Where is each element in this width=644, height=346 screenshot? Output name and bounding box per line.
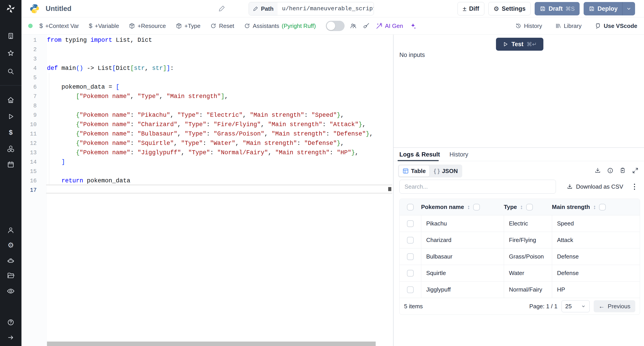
users-person-icon[interactable] [0,226,22,235]
windmill-logo[interactable] [0,0,22,17]
sparkles-icon[interactable] [410,22,416,29]
row-checkbox[interactable] [407,253,414,260]
audit-eye-icon[interactable] [0,287,22,296]
line-number: 2 [22,46,37,53]
code-line[interactable]: 5 [22,73,393,82]
code-line[interactable]: 16 return pokemon_data [22,176,393,185]
path-value[interactable]: u/henri/maneuverable_script [278,5,374,12]
settings-button[interactable]: ⚙ Settings [488,2,531,15]
workspace-building-icon[interactable] [0,31,22,40]
help-icon[interactable] [0,318,22,327]
sort-icon[interactable]: ↕ [520,204,523,210]
code-line[interactable]: 15 [22,167,393,176]
home-icon[interactable] [0,96,22,104]
code-line[interactable]: 7 ["Pokemon name", "Type", "Main strengt… [22,92,393,101]
code-line[interactable]: 13 {"Pokemon name": "Jigglypuff", "Type"… [22,148,393,157]
test-button[interactable]: Test ⌘↵ [496,38,544,51]
history-button[interactable]: History [515,22,542,29]
download-icon[interactable] [594,167,601,174]
right-panel: Test ⌘↵ No inputs Logs & Result History … [394,35,644,346]
tab-history[interactable]: History [450,148,468,161]
multiplayer-toggle[interactable] [326,21,344,31]
table-cell: Speed [552,215,640,232]
braces-icon: { } [434,168,440,174]
favorites-star-icon[interactable] [0,49,22,58]
code-line[interactable]: 1from typing import List, Dict [22,35,393,45]
more-options-button[interactable] [630,182,639,191]
edit-title-pencil-icon[interactable] [218,5,226,12]
code-line[interactable]: 6 pokemon_data = [ [22,82,393,92]
no-inputs-label: No inputs [399,52,425,58]
dollar-icon: $ [39,22,43,29]
tab-logs-result[interactable]: Logs & Result [399,148,440,161]
resources-cubes-icon[interactable] [0,145,22,153]
table-cell: Fire/Flying [504,232,552,248]
sort-icon[interactable]: ↕ [593,204,596,210]
select-all-checkbox[interactable] [407,204,414,210]
package-icon [176,23,182,29]
page-size-select[interactable]: 25 [562,300,590,312]
variables-dollar-icon[interactable]: $ [0,128,22,137]
column-toggle[interactable] [526,204,533,210]
folders-icon[interactable] [0,271,22,280]
python-logo-icon [30,3,40,14]
path-field[interactable]: Path u/henri/maneuverable_script [249,2,374,15]
row-checkbox[interactable] [407,286,414,293]
download-icon [567,183,573,190]
add-context-var-button[interactable]: $ +Context Var [39,22,79,29]
editor-horizontal-scrollbar[interactable] [47,342,376,346]
assistants-button[interactable]: Assistants (Pyright Ruff) [244,22,316,29]
code-line[interactable]: 2 [22,45,393,54]
expand-icon[interactable] [632,167,639,174]
info-icon[interactable] [607,167,614,174]
diff-button[interactable]: ± Diff [458,2,484,15]
table-header: Pokemon name ↕ Type ↕ Main strength ↕ [400,199,640,215]
view-table-button[interactable]: Table [399,166,429,176]
draft-button[interactable]: Draft ⌘S [535,2,580,15]
download-csv-button[interactable]: Download as CSV [564,180,626,193]
column-toggle[interactable] [473,204,480,210]
deploy-button[interactable]: Deploy [584,2,622,15]
row-checkbox[interactable] [407,237,414,244]
code-line[interactable]: 3 [22,54,393,64]
previous-page-button[interactable]: ← Previous [594,300,635,312]
add-type-button[interactable]: +Type [176,22,200,29]
add-resource-button[interactable]: +Resource [129,22,166,29]
code-line[interactable]: 8 [22,101,393,111]
code-line[interactable]: 10 {"Pokemon name": "Charizard", "Type":… [22,120,393,129]
reset-button[interactable]: Reset [210,22,234,29]
collapse-arrow-icon[interactable] [0,333,22,342]
top-bar: Untitled Path u/henri/maneuverable_scrip… [22,0,644,17]
workers-robot-icon[interactable] [0,256,22,265]
table-row: JigglypuffNormal/FairyHP [400,282,640,298]
library-button[interactable]: Library [555,22,582,29]
copy-clipboard-icon[interactable] [620,167,626,174]
deploy-dropdown-button[interactable] [622,2,635,15]
column-toggle[interactable] [599,204,606,210]
code-line[interactable]: 14 ] [22,157,393,167]
search-input[interactable] [399,180,556,193]
runs-play-icon[interactable] [0,112,22,121]
table-cell: Defense [552,265,640,281]
package-icon [129,23,135,29]
add-variable-button[interactable]: $ +Variable [89,22,119,29]
dollar-icon: $ [89,22,92,29]
left-sidebar: $ ⚙ [0,0,22,346]
sort-icon[interactable]: ↕ [467,204,470,210]
view-json-button[interactable]: { } JSON [430,166,461,176]
code-line[interactable]: 12 {"Pokemon name": "Squirtle", "Type": … [22,139,393,148]
code-line[interactable]: 9 {"Pokemon name": "Pikachu", "Type": "E… [22,111,393,120]
settings-gear-icon[interactable]: ⚙ [0,241,22,250]
use-vscode-button[interactable]: Use VScode [594,22,637,29]
code-editor[interactable]: 1from typing import List, Dict234def mai… [22,35,393,346]
search-icon[interactable] [0,67,22,76]
schedules-calendar-icon[interactable] [0,160,22,169]
code-line[interactable]: 11 {"Pokemon name": "Bulbasaur", "Type":… [22,129,393,139]
table-row: BulbasaurGrass/PoisonDefense [400,248,640,265]
ai-gen-button[interactable]: AI Gen [376,22,403,29]
row-checkbox[interactable] [407,270,414,277]
people-icon[interactable] [350,22,357,29]
format-brush-icon[interactable] [363,22,370,29]
code-line[interactable]: 4def main() -> List[Dict[str, str]]: [22,64,393,73]
row-checkbox[interactable] [407,220,414,227]
